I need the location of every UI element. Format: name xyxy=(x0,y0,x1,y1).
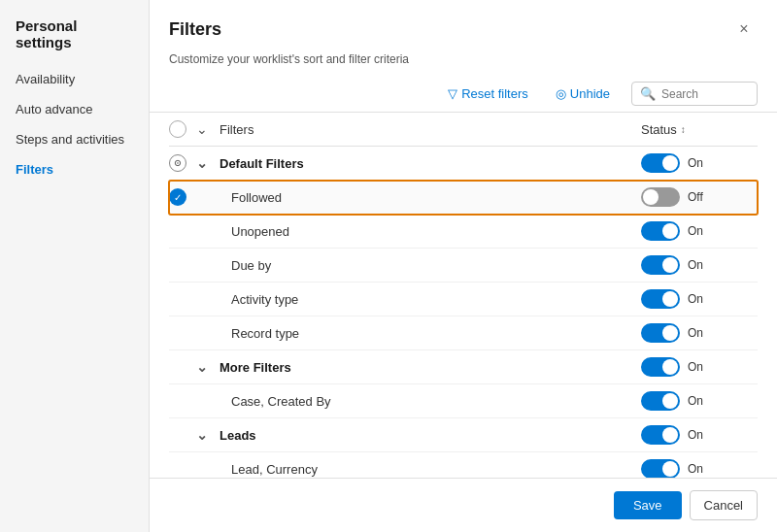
filter-rows: ⊙⌄Default FiltersOn✓FollowedOffUnopenedO… xyxy=(169,147,758,478)
name-col-activity-type: Activity type xyxy=(220,292,641,307)
toggle-unopened[interactable] xyxy=(641,221,680,241)
name-col-due-by: Due by xyxy=(220,258,641,273)
main-content: Filters × Customize your worklist's sort… xyxy=(150,0,777,532)
search-icon: 🔍 xyxy=(640,86,656,101)
toggle-thumb-record-type xyxy=(662,325,678,341)
chevron-icon[interactable]: ⌄ xyxy=(196,359,208,375)
toggle-label-lead-currency: On xyxy=(688,462,703,476)
status-col-unopened: On xyxy=(641,221,758,241)
toggle-thumb-leads xyxy=(662,427,678,443)
blue-check-icon: ✓ xyxy=(169,188,186,206)
dialog-title: Filters xyxy=(169,19,221,40)
header-check-col xyxy=(169,120,196,138)
unhide-label: Unhide xyxy=(570,86,610,101)
toggle-thumb-case-created-by xyxy=(662,393,678,409)
close-button[interactable]: × xyxy=(730,16,758,43)
name-col-unopened: Unopened xyxy=(220,224,641,239)
toggle-label-default-filters: On xyxy=(688,156,703,170)
filter-row-record-type[interactable]: Record typeOn xyxy=(169,316,758,350)
toggle-label-case-created-by: On xyxy=(688,394,703,408)
name-col-more-filters: More Filters xyxy=(220,360,641,375)
toggle-label-due-by: On xyxy=(688,258,703,272)
toggle-activity-type[interactable] xyxy=(641,289,680,309)
clock-icon: ⊙ xyxy=(169,154,186,172)
status-col-default-filters: On xyxy=(641,153,758,173)
name-col-case-created-by: Case, Created By xyxy=(220,394,641,409)
filter-row-due-by[interactable]: Due byOn xyxy=(169,249,758,283)
toggle-label-unopened: On xyxy=(688,224,703,238)
toggle-thumb-unopened xyxy=(662,223,678,239)
filter-row-case-created-by[interactable]: Case, Created ByOn xyxy=(169,384,758,418)
toggle-label-record-type: On xyxy=(688,326,703,340)
header-filters-col: Filters xyxy=(220,122,641,137)
sidebar-title: Personal settings xyxy=(0,0,149,64)
header-status-label: Status xyxy=(641,122,677,137)
toggle-thumb-lead-currency xyxy=(662,461,678,477)
search-input[interactable] xyxy=(661,87,749,101)
dialog-footer: Save Cancel xyxy=(150,478,777,532)
check-col-default-filters: ⊙ xyxy=(169,154,196,172)
sidebar-item-steps-activities[interactable]: Steps and activities xyxy=(0,124,149,154)
filter-row-unopened[interactable]: UnopenedOn xyxy=(169,215,758,249)
reset-filters-button[interactable]: ▽ Reset filters xyxy=(442,83,534,105)
expand-col-default-filters[interactable]: ⌄ xyxy=(196,155,220,171)
chevron-icon[interactable]: ⌄ xyxy=(196,427,208,443)
dialog-header: Filters × xyxy=(150,0,777,50)
toggle-leads[interactable] xyxy=(641,425,680,445)
toolbar: ▽ Reset filters ◎ Unhide 🔍 xyxy=(150,76,777,113)
unhide-button[interactable]: ◎ Unhide xyxy=(550,83,616,105)
filter-row-lead-currency[interactable]: Lead, CurrencyOn xyxy=(169,452,758,478)
name-col-default-filters: Default Filters xyxy=(220,156,641,171)
toggle-label-more-filters: On xyxy=(688,360,703,374)
toggle-label-activity-type: On xyxy=(688,292,703,306)
header-chevron-icon xyxy=(196,123,208,137)
status-col-due-by: On xyxy=(641,255,758,275)
toggle-case-created-by[interactable] xyxy=(641,391,680,411)
chevron-icon[interactable]: ⌄ xyxy=(196,155,208,171)
status-col-leads: On xyxy=(641,425,758,445)
filter-row-more-filters: ⌄More FiltersOn xyxy=(169,350,758,384)
filter-icon: ▽ xyxy=(448,86,457,101)
save-button[interactable]: Save xyxy=(614,491,682,519)
check-col-followed: ✓ xyxy=(169,188,196,206)
name-col-lead-currency: Lead, Currency xyxy=(220,462,641,477)
toggle-lead-currency[interactable] xyxy=(641,459,680,478)
sidebar-item-auto-advance[interactable]: Auto advance xyxy=(0,94,149,124)
toggle-followed[interactable] xyxy=(641,187,680,207)
eye-icon: ◎ xyxy=(556,86,566,101)
toggle-default-filters[interactable] xyxy=(641,153,680,173)
toggle-thumb-default-filters xyxy=(662,155,678,171)
toggle-thumb-due-by xyxy=(662,257,678,273)
search-box[interactable]: 🔍 xyxy=(631,82,758,106)
toggle-label-followed: Off xyxy=(688,190,703,204)
cancel-button[interactable]: Cancel xyxy=(690,490,758,520)
header-status-col: Status ↕ xyxy=(641,122,758,137)
status-col-case-created-by: On xyxy=(641,391,758,411)
table-header-row: Filters Status ↕ xyxy=(169,113,758,147)
name-col-followed: Followed xyxy=(220,190,641,205)
status-sort-icon: ↕ xyxy=(681,124,686,135)
dialog-subtitle: Customize your worklist's sort and filte… xyxy=(150,50,777,76)
filter-row-followed[interactable]: ✓FollowedOff xyxy=(169,181,758,215)
sidebar: Personal settings AvailabilityAuto advan… xyxy=(0,0,150,532)
toggle-more-filters[interactable] xyxy=(641,357,680,377)
header-circle-icon xyxy=(169,120,186,138)
expand-col-more-filters[interactable]: ⌄ xyxy=(196,359,220,375)
reset-filters-label: Reset filters xyxy=(461,86,528,101)
sidebar-item-filters[interactable]: Filters xyxy=(0,154,149,184)
sidebar-item-availability[interactable]: Availability xyxy=(0,64,149,94)
filter-row-default-filters: ⊙⌄Default FiltersOn xyxy=(169,147,758,181)
toggle-thumb-more-filters xyxy=(662,359,678,375)
header-expand-col xyxy=(196,121,220,137)
filters-table: Filters Status ↕ ⊙⌄Default FiltersOn✓Fol… xyxy=(150,113,777,478)
toggle-record-type[interactable] xyxy=(641,323,680,343)
status-col-record-type: On xyxy=(641,323,758,343)
name-col-record-type: Record type xyxy=(220,326,641,341)
status-col-activity-type: On xyxy=(641,289,758,309)
status-col-lead-currency: On xyxy=(641,459,758,478)
expand-col-leads[interactable]: ⌄ xyxy=(196,427,220,443)
filter-row-leads: ⌄LeadsOn xyxy=(169,418,758,452)
toggle-due-by[interactable] xyxy=(641,255,680,275)
filter-row-activity-type[interactable]: Activity typeOn xyxy=(169,283,758,316)
toggle-label-leads: On xyxy=(688,428,703,442)
